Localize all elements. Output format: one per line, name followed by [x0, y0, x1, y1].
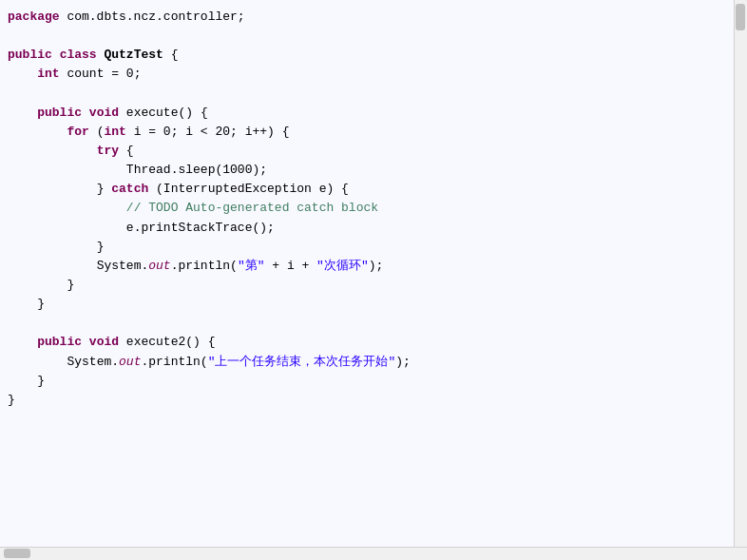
- horizontal-scrollbar-thumb[interactable]: [4, 549, 30, 558]
- vertical-scrollbar[interactable]: [734, 0, 747, 560]
- code-area[interactable]: package com.dbts.ncz.controller; public …: [0, 0, 747, 560]
- editor-container: package com.dbts.ncz.controller; public …: [0, 0, 747, 560]
- code-block: package com.dbts.ncz.controller; public …: [8, 8, 736, 410]
- horizontal-scrollbar[interactable]: [0, 547, 747, 560]
- vertical-scrollbar-thumb[interactable]: [736, 4, 745, 30]
